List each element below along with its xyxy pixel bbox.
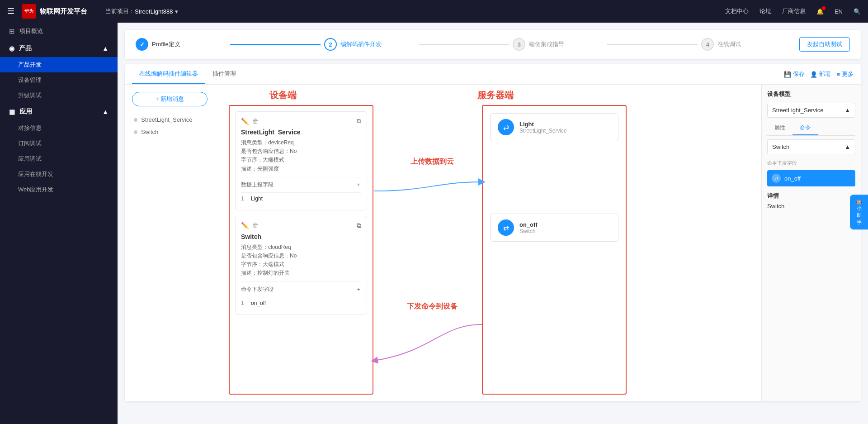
sidebar-label-overview: 项目概览 [19,27,43,35]
navbar: ☰ 华为 物联网开发平台 当前项目： StreetLight888 ▾ 文档中心… [0,0,868,23]
device-section-label: 设备端 [269,89,297,101]
card2-field1[interactable]: 1 on_off [241,297,361,309]
sidebar-item-subscribe-debug[interactable]: 订阅调试 [0,136,118,151]
upload-label: 上传数据到云 [392,157,473,167]
server-section-label: 服务器端 [477,89,514,101]
product-collapse-icon: ▲ [102,45,108,52]
layout: ⊞ 项目概览 ◉ 产品 ▲ 产品开发 设备管理 升级调试 ▦ 应用 ▲ 对接 [0,23,868,424]
sidebar-item-overview[interactable]: ⊞ 项目概览 [0,23,118,40]
sidebar: ⊞ 项目概览 ◉ 产品 ▲ 产品开发 设备管理 升级调试 ▦ 应用 ▲ 对接 [0,23,118,424]
step3-circle: 3 [513,38,525,51]
tab-online-editor[interactable]: 在线编解码插件编辑器 [132,64,205,84]
tab-plugin-mgmt[interactable]: 插件管理 [205,64,243,84]
card2-edit-icon[interactable]: ✏️ [241,222,249,229]
step1-circle: ✓ [136,38,148,51]
card2-copy-icon[interactable]: ⧉ [357,222,361,229]
chat-line2: 助 [852,212,866,219]
more-button[interactable]: ≡ 更多 [836,70,854,78]
card2-header: ✏️ 🗑 ⧉ [241,222,361,229]
detail-value: Switch [767,203,855,210]
step4-circle: 4 [701,38,714,51]
add-message-button[interactable]: + 新增消息 [132,92,208,106]
card1-field1[interactable]: 1 Light [241,192,361,205]
sidebar-label-app: 应用 [19,108,32,116]
card2-field1-name: on_off [251,300,266,306]
sidebar-category-product[interactable]: ◉ 产品 ▲ [0,40,118,57]
chat-line3: 手 [852,219,866,226]
nav-forum[interactable]: 论坛 [760,7,771,15]
project-dropdown-icon[interactable]: ▾ [175,8,178,15]
deploy-button[interactable]: 👤 部署 [810,70,831,78]
steps-bar: ✓ Profile定义 2 编解码插件开发 3 端侧集成指导 4 在线调试 发起… [125,30,861,59]
toolbar: 💾 保存 👤 部署 ≡ 更多 [784,70,854,78]
step4: 4 在线调试 [701,38,792,51]
main-content: ✓ Profile定义 2 编解码插件开发 3 端侧集成指导 4 在线调试 发起… [118,23,868,424]
card1-edit-icon[interactable]: ✏️ [241,118,249,125]
server-card2-sub: Switch [519,228,538,234]
card1-name: StreetLight_Service [241,129,361,136]
dot-streetlight [134,118,137,122]
nav-vendor[interactable]: 厂商信息 [782,7,806,15]
switch-header[interactable]: Switch ▲ [767,139,855,154]
server-card2-name: on_off [519,221,538,228]
sidebar-item-app-online-dev[interactable]: 应用在线开发 [0,167,118,182]
sidebar-item-connect-info[interactable]: 对接信息 [0,120,118,136]
deploy-icon: 👤 [810,71,817,78]
card2-fields-title: 命令下发字段 ＋ [241,281,361,297]
card2-add-field-icon[interactable]: ＋ [356,286,361,293]
field-item-onoff[interactable]: ⇄ on_off [767,170,855,186]
chat-icon: 🤖 [852,198,866,205]
card2-icons: ✏️ 🗑 [241,222,259,229]
logo-icon: 华为 [22,4,36,19]
send-label: 下发命令到设备 [392,302,473,311]
card2-delete-icon[interactable]: 🗑 [252,222,259,229]
overview-icon: ⊞ [9,27,15,35]
sidebar-item-web-app-dev[interactable]: Web应用开发 [0,182,118,197]
sidebar-item-product-dev[interactable]: 产品开发 [0,57,118,72]
msg-list-item-streetlight[interactable]: StreetLight_Service [132,114,208,126]
step1-label: Profile定义 [152,40,180,48]
start-self-test-button[interactable]: 发起自助测试 [799,37,850,52]
server-card1-name: Light [519,121,567,128]
card1-delete-icon[interactable]: 🗑 [252,118,259,125]
step3: 3 端侧集成指导 [513,38,604,51]
sidebar-item-upgrade-debug[interactable]: 升级调试 [0,88,118,103]
model-tab-command[interactable]: 命令 [793,121,818,135]
server-card1-sub: StreetLight_Service [519,128,567,134]
editor-wrapper: + 新增消息 StreetLight_Service Switch 设备端 服务… [125,85,861,401]
card1-copy-icon[interactable]: ⧉ [357,117,361,125]
model-service-header[interactable]: StreetLight_Service ▲ [767,103,855,118]
model-service-name: StreetLight_Service [772,107,823,114]
msg-list-item-switch[interactable]: Switch [132,126,208,138]
menu-icon[interactable]: ☰ [7,6,14,16]
lang-switch[interactable]: EN [835,8,843,15]
chat-line1: 小 [852,205,866,212]
chat-widget[interactable]: 🤖 小 助 手 [850,195,868,230]
card1-add-field-icon[interactable]: ＋ [356,181,361,189]
sidebar-item-app-debug[interactable]: 应用调试 [0,151,118,167]
nav-docs[interactable]: 文档中心 [725,7,749,15]
step3-label: 端侧集成指导 [529,40,564,48]
sidebar-item-device-mgmt[interactable]: 设备管理 [0,72,118,88]
navbar-right: 文档中心 论坛 厂商信息 🔔 EN 🔍 [725,7,861,15]
save-button[interactable]: 💾 保存 [784,70,805,78]
model-tab-property[interactable]: 属性 [767,121,793,135]
step1: ✓ Profile定义 [136,38,226,51]
project-name[interactable]: StreetLight888 [135,8,173,15]
card2-info: 消息类型：cloudReq 是否包含响应信息：No 字节序：大端模式 描述：控制… [241,243,361,278]
server-card-light: ⇄ Light StreetLight_Service [490,113,618,141]
search-icon[interactable]: 🔍 [854,8,861,15]
app-title: 物联网开发平台 [40,7,87,16]
sidebar-category-app[interactable]: ▦ 应用 ▲ [0,103,118,120]
step-line-1 [230,44,321,45]
model-service-collapse: ▲ [844,107,850,114]
card1-field1-name: Light [251,195,263,202]
server-card-onoff: ⇄ on_off Switch [490,214,618,242]
product-icon: ◉ [9,45,14,52]
left-panel: + 新增消息 StreetLight_Service Switch [125,85,215,401]
app-collapse-icon: ▲ [102,108,108,115]
detail-title: 详情 [767,192,855,200]
bell-icon[interactable]: 🔔 [816,8,824,15]
sidebar-label-product: 产品 [19,44,32,52]
field-header: 命令下发字段 [767,158,855,168]
